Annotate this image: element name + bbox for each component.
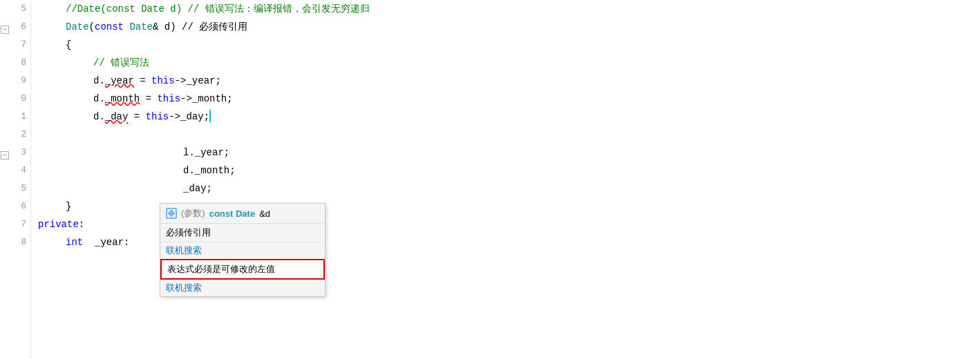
code-line-7: {	[31, 36, 980, 54]
line-num-17: 7	[10, 215, 26, 233]
code-keyword-const: const	[95, 18, 124, 36]
tooltip-type: const Date	[209, 208, 255, 219]
code-area[interactable]: //Date(const Date d) // 错误写法：编译报错，会引发无穷递…	[31, 0, 980, 359]
code-token-date: Date	[66, 18, 89, 36]
code-line-14: d._month;	[31, 162, 980, 180]
tooltip-ref: &d	[259, 208, 270, 219]
tooltip-link-1[interactable]: 联机搜索	[160, 242, 325, 259]
line-num-16: 6	[10, 197, 26, 215]
code-keyword-private: private	[38, 215, 79, 233]
code-line-13: l._year;	[31, 144, 980, 162]
code-line-12	[31, 126, 980, 144]
line-numbers: 5 6 7 8 9 0 1 2 3 4 5 6 7 8	[10, 0, 30, 359]
fold-button-line13[interactable]: −	[1, 151, 9, 159]
line-num-15: 5	[10, 180, 26, 197]
line-num-12: 2	[10, 126, 26, 144]
code-comment-8: // 错误写法	[93, 54, 149, 72]
code-squiggle-year: _year	[105, 72, 134, 90]
code-line-6: Date(const Date& d) // 必须传引用	[31, 18, 980, 36]
tooltip-prefix: (参数)	[181, 207, 205, 220]
code-line-9: d._year = this->_year;	[31, 72, 980, 90]
text-cursor	[209, 110, 211, 122]
tooltip-error-text: 表达式必须是可修改的左值	[167, 263, 318, 275]
line-num-9: 9	[10, 72, 26, 90]
tooltip-header: (参数) const Date &d	[160, 204, 325, 224]
code-line-8: // 错误写法	[31, 54, 980, 72]
code-line-10: d._month = this->_month;	[31, 90, 980, 108]
code-line-15: _day;	[31, 180, 980, 197]
line-num-7: 7	[10, 36, 26, 54]
line-num-5: 5	[10, 0, 26, 18]
code-keyword-int: int	[66, 233, 83, 251]
line-num-6: 6	[10, 18, 26, 36]
code-editor: − − 5 6 7 8 9 0 1 2 3	[0, 0, 980, 359]
code-type-date: Date	[129, 18, 153, 36]
code-comment-5: //Date(const Date d) // 错误写法：编译报错，会引发无穷递…	[66, 0, 370, 18]
code-line-11: d._day = this->_day;	[31, 108, 980, 126]
line-num-11: 1	[10, 108, 26, 126]
line-num-18: 8	[10, 233, 26, 251]
svg-marker-1	[168, 210, 175, 217]
line-num-10: 0	[10, 90, 26, 108]
tooltip-error-section: 表达式必须是可修改的左值	[160, 259, 325, 280]
line-num-13: 3	[10, 144, 26, 162]
tooltip-popup: (参数) const Date &d 必须传引用 联机搜索 表达式必须是可修改的…	[160, 203, 326, 297]
fold-gutter: − −	[0, 0, 10, 359]
code-brace-open: {	[66, 36, 71, 54]
tooltip-icon	[166, 208, 177, 219]
tooltip-body-text: 必须传引用	[160, 224, 325, 242]
code-line-5: //Date(const Date d) // 错误写法：编译报错，会引发无穷递…	[31, 0, 980, 18]
line-num-8: 8	[10, 54, 26, 72]
line-num-14: 4	[10, 162, 26, 180]
fold-button-line6[interactable]: −	[1, 26, 9, 34]
tooltip-link-2[interactable]: 联机搜索	[160, 280, 325, 296]
code-squiggle-day: _day	[105, 108, 129, 126]
code-squiggle-month: _month	[105, 90, 140, 108]
code-brace-close: }	[66, 197, 71, 215]
